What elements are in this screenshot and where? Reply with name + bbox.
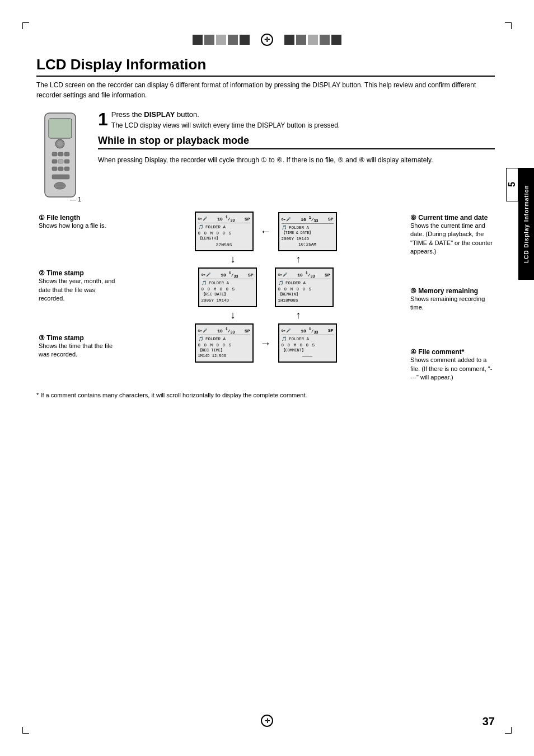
page-number: 37 xyxy=(483,715,495,728)
item2-title: ② Time stamp xyxy=(39,269,121,277)
lcd-screen-6: ⚙▸🎤 10 1/33 SP 🎵 FOLDER A 【TIME & DATE】 … xyxy=(278,212,337,251)
svg-rect-1 xyxy=(49,119,72,138)
chapter-number: 5 xyxy=(506,168,518,201)
svg-rect-10 xyxy=(52,167,57,171)
lcd-counter-1: 10 1/33 xyxy=(217,215,235,223)
screen-row-3: ⚙▸🎤 10 1/33 SP 🎵 FOLDER A 0 0 M 0 0 S 【R… xyxy=(193,321,339,365)
screen-row-2: ⚙▸🎤 10 1/33 SP 🎵 FOLDER A 0 0 M 0 0 S 【R… xyxy=(196,265,336,309)
item2-desc: ② Time stamp Shows the year, month, and … xyxy=(39,269,121,303)
center-screens: ⚙▸🎤 10 1/33 SP 🎵 FOLDER A 0 0 M 0 0 S 【L… xyxy=(129,209,402,386)
footnote: * If a comment contains many characters,… xyxy=(36,391,495,400)
lcd-icons-1: ⚙▸🎤 xyxy=(198,217,208,221)
bar-block xyxy=(284,35,294,45)
lcd-body-5: 🎵 FOLDER A 0 0 M 0 0 S 【REMAIN】 1H18M08S xyxy=(278,280,330,303)
left-descriptions: ① File length Shows how long a file is. … xyxy=(36,209,123,386)
lcd-body-1: 🎵 FOLDER A 0 0 M 0 0 S 【LENGTH】 27M58S xyxy=(198,224,250,248)
main-content: LCD Display Information The LCD screen o… xyxy=(36,56,495,711)
lcd-icons-3: ⚙▸🎤 xyxy=(198,328,208,333)
lcd-topbar-3: ⚙▸🎤 10 1/33 SP xyxy=(198,327,250,335)
step-content: 1 Press the DISPLAY button. The LCD disp… xyxy=(98,110,495,203)
lcd-screen-1: ⚙▸🎤 10 1/33 SP 🎵 FOLDER A 0 0 M 0 0 S 【L… xyxy=(195,212,254,251)
lcd-topbar-1: ⚙▸🎤 10 1/33 SP xyxy=(198,215,250,223)
bar-block xyxy=(204,35,214,45)
lcd-topbar-4: ⚙▸🎤 10 1/33 SP xyxy=(282,327,334,335)
item4-text: Shows comment added to a file. (If there… xyxy=(410,356,493,382)
lcd-screen-2: ⚙▸🎤 10 1/33 SP 🎵 FOLDER A 0 0 M 0 0 S 【R… xyxy=(198,267,257,307)
item3-desc: ③ Time stamp Shows the time that the fil… xyxy=(39,334,121,359)
svg-rect-8 xyxy=(58,159,63,163)
lcd-mode-3: SP xyxy=(245,328,250,334)
compass-circle: ✛ xyxy=(261,34,273,46)
svg-rect-7 xyxy=(52,159,57,163)
svg-rect-12 xyxy=(64,167,69,171)
section-desc: When pressing Display, the recorder will… xyxy=(98,155,495,165)
item3-title: ③ Time stamp xyxy=(39,334,121,342)
lcd-topbar-6: ⚙▸🎤 10 1/33 SP xyxy=(282,215,334,224)
bar-block xyxy=(193,35,203,45)
svg-rect-4 xyxy=(52,152,57,156)
item5-desc: ⑤ Memory remaining Shows remaining recor… xyxy=(410,287,493,312)
corner-tl xyxy=(22,22,29,29)
device-image: — 1 xyxy=(36,110,87,203)
arrow-row-2: ↓ ↑ xyxy=(129,309,402,321)
arrow-up-2: ↑ xyxy=(268,309,329,321)
bar-block xyxy=(296,35,306,45)
corner-bl xyxy=(22,727,29,734)
step-number: 1 xyxy=(98,110,108,128)
lcd-icons-4: ⚙▸🎤 xyxy=(282,328,291,333)
device-label-1: — 1 xyxy=(70,196,87,203)
screen-row-1: ⚙▸🎤 10 1/33 SP 🎵 FOLDER A 0 0 M 0 0 S 【L… xyxy=(193,209,339,253)
top-bar-right-blocks xyxy=(284,35,341,45)
side-tab: LCD Display Information xyxy=(518,168,534,280)
intro-text: The LCD screen on the recorder can displ… xyxy=(36,80,495,100)
lcd-body-6: 🎵 FOLDER A 【TIME & DATE】 2005Y 1M14D 10:… xyxy=(282,225,334,248)
corner-br xyxy=(505,727,512,734)
svg-rect-11 xyxy=(58,167,63,171)
lcd-icons-2: ⚙▸🎤 xyxy=(202,273,211,277)
lcd-screen-4: ⚙▸🎤 10 1/33 SP 🎵 FOLDER A 0 0 M 0 0 S 【C… xyxy=(278,323,337,363)
lcd-mode-2: SP xyxy=(248,273,254,278)
lcd-counter-5: 10 1/33 xyxy=(297,271,315,279)
item1-title: ① File length xyxy=(39,214,121,222)
arrow-up-1: ↑ xyxy=(268,253,329,265)
step-section: — 1 1 Press the DISPLAY button. The LCD … xyxy=(36,110,495,203)
item4-title: ④ File comment* xyxy=(410,348,493,356)
section-title: While in stop or playback mode xyxy=(98,135,495,149)
corner-tr xyxy=(505,22,512,29)
item5-title: ⑤ Memory remaining xyxy=(410,287,493,295)
top-bar-left-blocks xyxy=(193,35,250,45)
arrow-row-1: ↓ ↑ xyxy=(129,253,402,265)
bar-block xyxy=(228,35,238,45)
arrow-down-2: ↓ xyxy=(203,309,264,321)
lcd-screen-5: ⚙▸🎤 10 1/33 SP 🎵 FOLDER A 0 0 M 0 0 S 【R… xyxy=(275,267,334,307)
bar-block xyxy=(308,35,318,45)
lcd-body-4: 🎵 FOLDER A 0 0 M 0 0 S 【COMMENT】 ———— xyxy=(282,336,334,359)
lcd-icons-5: ⚙▸🎤 xyxy=(278,273,288,277)
arrow-left-1: ← xyxy=(260,225,271,238)
item2-text: Shows the year, month, and date that the… xyxy=(39,277,121,303)
item6-title: ⑥ Current time and date xyxy=(410,214,493,222)
lcd-topbar-5: ⚙▸🎤 10 1/33 SP xyxy=(278,271,330,279)
lcd-mode-1: SP xyxy=(245,217,250,222)
arrow-right-3: → xyxy=(260,337,271,350)
device-svg xyxy=(36,110,84,200)
lcd-counter-6: 10 1/33 xyxy=(301,215,318,223)
item4-desc: ④ File comment* Shows comment added to a… xyxy=(410,348,493,382)
lcd-mode-5: SP xyxy=(325,273,330,278)
lcd-screen-3: ⚙▸🎤 10 1/33 SP 🎵 FOLDER A 0 0 M 0 0 S 【R… xyxy=(195,323,254,363)
lcd-counter-4: 10 1/33 xyxy=(301,327,318,335)
lcd-mode-4: SP xyxy=(328,328,334,333)
item5-text: Shows remaining recording time. xyxy=(410,295,493,312)
svg-point-3 xyxy=(57,141,63,147)
svg-rect-13 xyxy=(52,175,69,179)
bottom-compass: ✛ xyxy=(261,715,273,727)
step-instruction: Press the DISPLAY button. xyxy=(111,110,340,119)
bar-block xyxy=(331,35,341,45)
page-title: LCD Display Information xyxy=(36,56,495,77)
arrow-down-1: ↓ xyxy=(203,253,264,265)
step-sub: The LCD display views will switch every … xyxy=(111,121,340,130)
svg-rect-9 xyxy=(64,159,69,163)
lcd-mode-6: SP xyxy=(328,217,334,222)
top-bar: ✛ xyxy=(34,34,500,46)
item1-desc: ① File length Shows how long a file is. xyxy=(39,214,121,230)
